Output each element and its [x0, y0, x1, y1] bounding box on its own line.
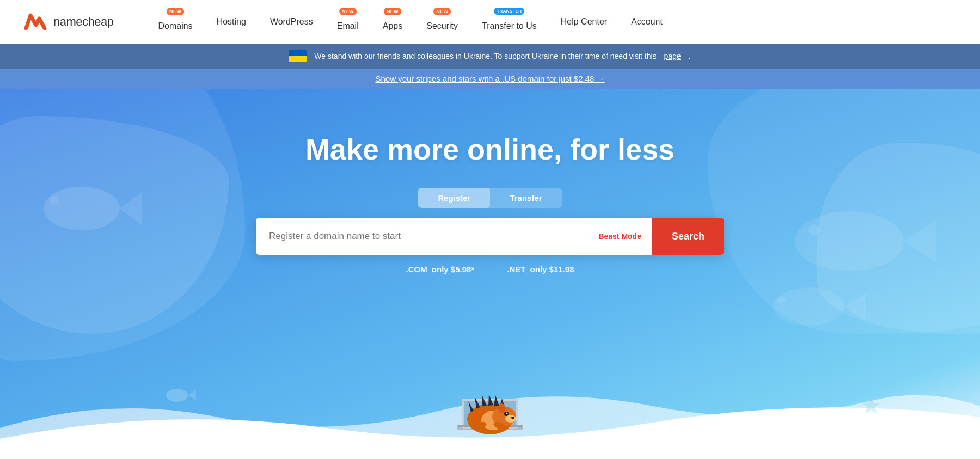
svg-marker-9 [862, 396, 880, 414]
net-price: only $11.98 [530, 265, 574, 274]
header: namecheap NEW Domains Hosting WordPress … [0, 0, 980, 44]
nav-label-account: Account [631, 17, 663, 27]
badge-new-domains: NEW [167, 8, 184, 15]
svg-point-25 [505, 415, 516, 423]
badge-tryme-transfer: Transfer [494, 8, 524, 15]
nav-item-apps[interactable]: NEW Apps [371, 0, 414, 44]
mascot-hedgehog [441, 371, 539, 444]
pricing-hints: .COM only $5.98* .NET only $11.98 [406, 265, 574, 274]
svg-point-6 [773, 287, 844, 326]
nav-item-email[interactable]: NEW Email [325, 0, 371, 44]
main-nav: NEW Domains Hosting WordPress NEW Email … [146, 0, 958, 44]
nav-item-security[interactable]: NEW Security [414, 0, 470, 44]
nav-label-hosting: Hosting [217, 17, 246, 27]
small-fish-icon [163, 384, 196, 406]
nav-item-account[interactable]: Account [619, 0, 675, 44]
svg-marker-7 [844, 293, 866, 320]
logo[interactable]: namecheap [22, 9, 113, 35]
nav-item-domains[interactable]: NEW Domains [146, 0, 204, 44]
ukraine-link[interactable]: page [664, 52, 681, 60]
domain-search-input[interactable] [256, 231, 587, 242]
logo-icon [22, 9, 48, 35]
logo-text: namecheap [53, 15, 113, 29]
nav-label-apps: Apps [383, 21, 402, 31]
nav-label-email: Email [337, 21, 359, 31]
com-tld: .COM [406, 265, 427, 274]
nav-label-security: Security [426, 21, 458, 31]
nav-item-wordpress[interactable]: WordPress [258, 0, 325, 44]
nav-item-hosting[interactable]: Hosting [205, 0, 258, 44]
badge-new-apps: NEW [384, 8, 401, 15]
hero-section: Make more online, for less Register Tran… [0, 89, 980, 459]
svg-point-27 [506, 413, 508, 414]
svg-point-8 [777, 296, 785, 304]
fish-right2-icon [762, 279, 871, 334]
promo-link[interactable]: Show your stripes and stars with a .US d… [375, 74, 604, 83]
com-pricing-link[interactable]: .COM only $5.98* [406, 265, 475, 274]
tab-register[interactable]: Register [418, 188, 490, 208]
badge-new-security: NEW [433, 8, 451, 15]
ukraine-text: We stand with our friends and colleagues… [314, 52, 656, 60]
ukraine-flag-icon [289, 50, 307, 62]
com-price: only $5.98* [432, 265, 474, 274]
net-pricing-link[interactable]: .NET only $11.98 [507, 265, 574, 274]
beast-mode-button[interactable]: Beast Mode [587, 232, 652, 241]
hero-content: Make more online, for less Register Tran… [0, 89, 980, 274]
hero-title: Make more online, for less [305, 132, 675, 166]
tab-transfer[interactable]: Transfer [490, 188, 561, 208]
ukraine-suffix: . [689, 52, 691, 60]
nav-label-transfer: Transfer to Us [482, 21, 537, 31]
svg-point-10 [166, 389, 188, 402]
nav-item-helpcenter[interactable]: Help Center [549, 0, 619, 44]
svg-marker-11 [188, 390, 196, 401]
nav-label-wordpress: WordPress [270, 17, 313, 27]
search-box: Beast Mode Search [256, 218, 724, 255]
domain-tabs: Register Transfer [418, 188, 561, 208]
promo-banner: Show your stripes and stars with a .US d… [0, 69, 980, 89]
nav-label-domains: Domains [158, 21, 192, 31]
search-button[interactable]: Search [652, 218, 724, 255]
ukraine-banner: We stand with our friends and colleagues… [0, 44, 980, 69]
nav-item-transfer[interactable]: Transfer Transfer to Us [470, 0, 549, 44]
nav-label-helpcenter: Help Center [561, 17, 607, 27]
starfish-icon [860, 395, 882, 417]
net-tld: .NET [507, 265, 525, 274]
hedgehog-illustration [441, 371, 539, 442]
badge-new-email: NEW [339, 8, 357, 15]
svg-point-28 [511, 417, 514, 419]
